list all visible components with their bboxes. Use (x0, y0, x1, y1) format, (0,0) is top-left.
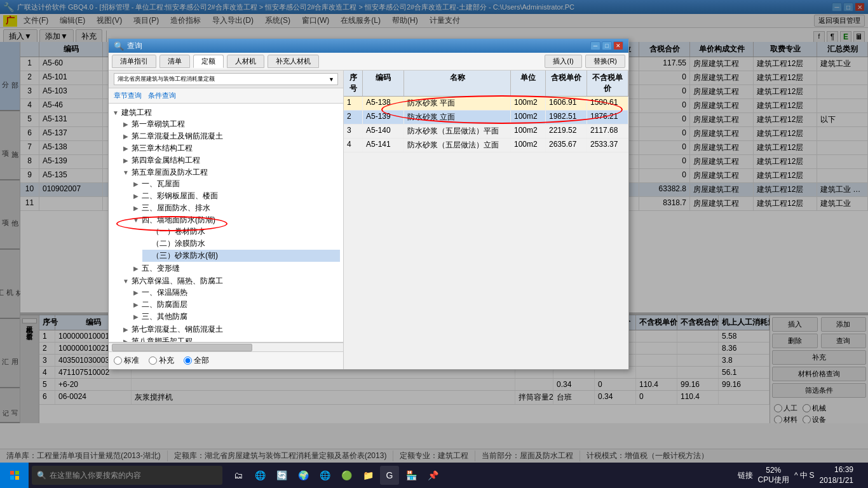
rcol-num-4: 4 (344, 139, 363, 152)
result-row-4[interactable]: 4 A5-141 防水砂浆（五层做法）立面 100m2 2635.67 2533… (344, 139, 628, 152)
scrollbar-thumb[interactable] (112, 344, 252, 351)
result-row-3[interactable]: 3 A5-140 防水砂浆（五层做法）平面 100m2 2219.52 2117… (344, 125, 628, 139)
taskbar-icon-6[interactable]: 🟢 (337, 466, 356, 485)
tree-node-ch5-4[interactable]: ▼ 四、墙地面防水(防潮) （一）卷材防水 (132, 214, 340, 262)
tree-node-ch5-4-3[interactable]: （三）砂浆防水(朝) (142, 250, 340, 262)
tree-node-ch2[interactable]: ▶ 第二章混凝土及钢筋混凝土 (122, 130, 340, 142)
radio-standard[interactable]: 标准 (114, 355, 139, 366)
tree-expand-building: ▼ (112, 109, 119, 116)
tree-node-ch5-2[interactable]: ▶ 二、彩钢板屋面、楼面 (132, 190, 340, 202)
rcol-unit-2: 100m2 (511, 111, 546, 124)
dialog-insert-btn[interactable]: 插入(I) (545, 55, 581, 68)
result-table-header: 序号 编码 名称 单位 含税单价 不含税单价 (344, 71, 628, 97)
rcol-code-2: A5-139 (363, 111, 404, 124)
dropdown-arrow: ▼ (329, 76, 334, 83)
rcol-code-4: A5-141 (363, 139, 404, 152)
rcol-notaxprice-4: 2533.37 (587, 139, 628, 152)
tree-label-ch8: 第八章脚手架工程 (132, 336, 193, 342)
taskbar-icon-7[interactable]: 📁 (358, 466, 377, 485)
tree-node-ch6[interactable]: ▼ 第六章保温、隔热、防腐工 ▶ 一、保温隔热 (122, 275, 340, 323)
tree-node-ch6-2[interactable]: ▶ 二、防腐面层 (132, 299, 340, 311)
rcol-name: 名称 (404, 71, 511, 96)
tree-node-ch8[interactable]: ▶ 第八章脚手架工程 (122, 336, 340, 342)
rcol-unit-1: 100m2 (511, 97, 546, 110)
dialog-close-btn[interactable]: ✕ (613, 41, 623, 50)
taskbar-icon-app[interactable]: G (380, 466, 399, 485)
rcol-code: 编码 (363, 71, 404, 96)
tree-node-ch5-4-2[interactable]: （二）涂膜防水 (142, 238, 340, 250)
tree-expand-ch5-5: ▶ (132, 265, 140, 272)
tree-scrollbar[interactable] (109, 342, 343, 351)
result-row-2[interactable]: 2 A5-139 防水砂浆 立面 100m2 1982.51 1876.21 (344, 111, 628, 125)
tab-labor-material[interactable]: 人材机 (227, 55, 264, 68)
taskbar-icons: 🗂 🌐 🔄 🌍 🌐 🟢 📁 G 🏪 📌 (226, 466, 445, 485)
tree-node-ch6-3[interactable]: ▶ 三、其他防腐 (132, 311, 340, 323)
dialog-content: 湖北省房屋建筑与装饰工程消耗量定额 ▼ 章节查询 条件查询 ▼ 建筑工程 (109, 71, 628, 369)
tree-children-ch5: ▶ 一、瓦屋面 ▶ 二、彩钢板屋面、楼面 (132, 178, 340, 274)
tree-expand-ch3: ▶ (122, 145, 130, 152)
tab-quota-guide[interactable]: 清单指引 (112, 55, 156, 68)
dialog-maximize-btn[interactable]: □ (602, 41, 612, 50)
quota-provider-text: 湖北省房屋建筑与装饰工程消耗量定额 (118, 75, 215, 83)
lang-indicator: 中 (800, 470, 808, 481)
quota-provider-dropdown[interactable]: 湖北省房屋建筑与装饰工程消耗量定额 ▼ (114, 73, 338, 85)
radio-supplement-input[interactable] (149, 356, 157, 365)
taskbar-search-box[interactable]: 🔍 在这里输入你要搜索的内容 (32, 466, 222, 485)
tree-node-building[interactable]: ▼ 建筑工程 ▶ 第一章砌筑工程 (112, 107, 340, 342)
result-rows-container: 1 A5-138 防水砂浆 平面 100m2 1606.91 1500.61 2… (344, 97, 628, 369)
dialog-minimize-btn[interactable]: ─ (590, 41, 600, 50)
taskbar-icon-4[interactable]: 🌍 (294, 466, 313, 485)
tree-label-ch1: 第一章砌筑工程 (132, 119, 185, 130)
tree-expand-ch5-4-2 (142, 240, 150, 247)
search-tab-condition[interactable]: 条件查询 (148, 91, 176, 100)
dialog-bottom-bar: 标准 补充 全部 (109, 351, 343, 369)
cpu-label: CPU使用 (758, 475, 789, 485)
radio-standard-input[interactable] (114, 356, 122, 365)
taskbar-icon-1[interactable]: 🗂 (229, 466, 248, 485)
result-row-1[interactable]: 1 A5-138 防水砂浆 平面 100m2 1606.91 1500.61 (344, 97, 628, 111)
radio-all-quota[interactable]: 全部 (184, 355, 209, 366)
tree-node-ch5-3[interactable]: ▶ 三、屋面防水、排水 (132, 202, 340, 214)
tab-quota-list[interactable]: 清单 (159, 55, 190, 68)
tree-node-ch4[interactable]: ▶ 第四章金属结构工程 (122, 154, 340, 166)
query-dialog: 🔍 查询 ─ □ ✕ 清单指引 清单 定额 人材机 补充人材机 插入(I) 替换… (108, 38, 629, 370)
rcol-taxprice-4: 2635.67 (546, 139, 587, 152)
tree-label-ch2: 第二章混凝土及钢筋混凝土 (132, 131, 223, 142)
taskbar: 🔍 在这里输入你要搜索的内容 🗂 🌐 🔄 🌍 🌐 🟢 📁 G 🏪 📌 链接 52… (0, 463, 868, 488)
radio-all-quota-input[interactable] (184, 356, 192, 365)
tree-node-ch5[interactable]: ▼ 第五章屋面及防水工程 ▶ 一、瓦屋面 (122, 166, 340, 275)
taskbar-icon-9[interactable]: 📌 (423, 466, 442, 485)
radio-supplement[interactable]: 补充 (149, 355, 174, 366)
tree-label-ch5-4-2: （二）涂膜防水 (152, 238, 205, 249)
windows-icon (10, 470, 20, 480)
tree-node-ch3[interactable]: ▶ 第三章木结构工程 (122, 142, 340, 154)
tree-node-ch5-4-1[interactable]: （一）卷材防水 (142, 226, 340, 238)
radio-standard-label: 标准 (124, 355, 139, 366)
dialog-replace-btn[interactable]: 替换(R) (585, 55, 625, 68)
radio-all-quota-label: 全部 (194, 355, 209, 366)
tree-node-ch5-5[interactable]: ▶ 五、变形缝 (132, 262, 340, 274)
tree-expand-ch5-4: ▼ (132, 217, 140, 224)
tab-quota-def[interactable]: 定额 (193, 55, 224, 68)
tree-node-ch5-1[interactable]: ▶ 一、瓦屋面 (132, 178, 340, 190)
rcol-unit: 单位 (511, 71, 546, 96)
rcol-taxprice-1: 1606.91 (546, 97, 587, 110)
tree-expand-ch5-4-3 (142, 252, 150, 259)
tree-node-ch6-1[interactable]: ▶ 一、保温隔热 (132, 287, 340, 299)
dialog-title-bar: 🔍 查询 ─ □ ✕ (109, 39, 628, 53)
ime-indicator: S (810, 471, 815, 480)
rcol-num-3: 3 (344, 125, 363, 138)
tree-node-ch7[interactable]: ▶ 第七章混凝土、钢筋混凝土 (122, 323, 340, 336)
tab-supplement-material[interactable]: 补充人材机 (268, 55, 319, 68)
tree-label-ch5: 第五章屋面及防水工程 (132, 167, 208, 178)
svg-rect-0 (10, 471, 14, 475)
taskbar-icon-3[interactable]: 🔄 (272, 466, 291, 485)
search-icon: 🔍 (37, 471, 46, 480)
cpu-info: 52% CPU使用 (758, 466, 789, 485)
taskbar-icon-8[interactable]: 🏪 (402, 466, 421, 485)
taskbar-icon-2[interactable]: 🌐 (250, 466, 269, 485)
tree-node-ch1[interactable]: ▶ 第一章砌筑工程 (122, 118, 340, 130)
taskbar-icon-5[interactable]: 🌐 (315, 466, 334, 485)
start-button[interactable] (0, 463, 29, 488)
search-tab-chapter[interactable]: 章节查询 (114, 91, 142, 100)
